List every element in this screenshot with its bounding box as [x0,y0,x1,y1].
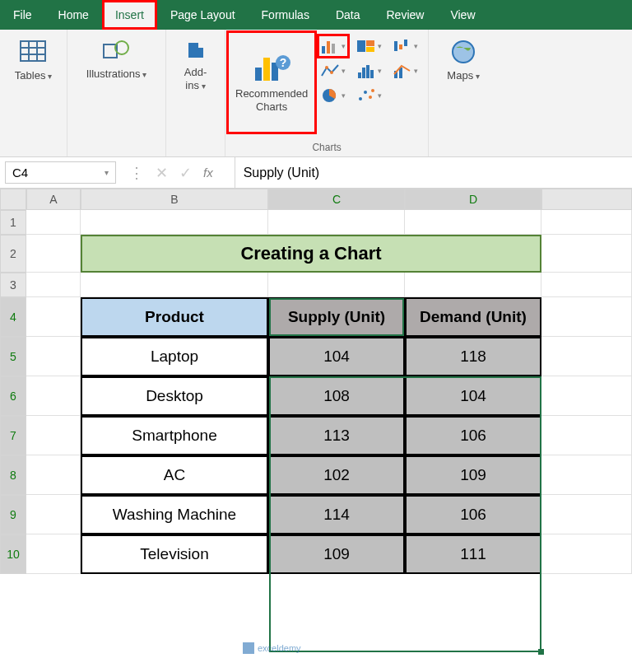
row-5[interactable]: 5 [0,337,26,376]
table-row[interactable]: 104 [405,376,541,416]
tab-home[interactable]: Home [45,0,102,30]
tab-review[interactable]: Review [374,0,438,30]
tab-view[interactable]: View [437,0,488,30]
svg-text:?: ? [280,56,287,69]
table-row[interactable]: Smartphone [81,416,268,455]
svg-point-32 [369,96,372,99]
svg-rect-25 [366,65,369,78]
svg-point-33 [371,89,374,92]
table-row[interactable]: Desktop [81,376,268,416]
illustrations-label: Illustrations [86,68,147,81]
svg-rect-17 [366,47,374,52]
statistic-chart-button[interactable] [356,61,383,81]
name-box[interactable]: C4 [5,161,116,184]
svg-point-30 [359,97,362,100]
row-6[interactable]: 6 [0,376,26,416]
table-row[interactable]: 113 [268,416,405,455]
enter-icon[interactable]: ✓ [179,164,192,182]
row-3[interactable]: 3 [0,273,26,297]
svg-point-21 [325,66,328,69]
table-row[interactable]: 109 [268,534,405,574]
worksheet[interactable]: A B C D 1 2 Creating a Chart 3 4 Product… [0,189,632,574]
line-chart-button[interactable] [319,61,347,81]
table-row[interactable]: 114 [268,495,405,534]
table-icon [19,38,47,66]
formula-bar: C4 ⋮ ✕ ✓ fx [0,157,632,189]
combo-chart-button[interactable] [392,61,420,81]
tab-formulas[interactable]: Formulas [249,0,323,30]
table-row[interactable]: 106 [405,416,541,455]
hdr-demand[interactable]: Demand (Unit) [405,297,541,337]
treemap-icon [357,38,375,54]
ribbon: Tables Illustrations Add- ins ? Recommen… [0,30,632,157]
tab-data[interactable]: Data [323,0,374,30]
addins-button[interactable]: Add- ins [177,35,215,95]
svg-rect-7 [255,68,262,81]
svg-rect-20 [404,40,407,46]
expand-icon[interactable]: ⋮ [129,164,144,182]
svg-rect-8 [263,58,270,81]
row-10[interactable]: 10 [0,534,26,574]
maps-label: Maps [447,69,480,82]
hierarchy-chart-button[interactable] [356,36,383,56]
svg-point-31 [364,91,367,94]
cancel-icon[interactable]: ✕ [156,164,168,182]
row-2[interactable]: 2 [0,235,26,273]
table-row[interactable]: 104 [268,337,405,376]
maps-button[interactable]: Maps [440,35,486,86]
tables-label: Tables [15,69,52,82]
table-row[interactable]: 108 [268,376,405,416]
recommended-charts-button[interactable]: ? Recommended Charts [229,33,314,132]
tab-insert[interactable]: Insert [102,0,157,30]
row-1[interactable]: 1 [0,210,26,235]
table-row[interactable]: AC [81,455,268,495]
tables-button[interactable]: Tables [8,35,58,86]
charts-group-label: Charts [312,140,341,153]
table-row[interactable]: 118 [405,337,541,376]
column-chart-button[interactable] [319,36,347,56]
tab-page-layout[interactable]: Page Layout [157,0,249,30]
scatter-chart-button[interactable] [356,86,383,105]
svg-rect-16 [366,40,374,46]
table-row[interactable]: 106 [405,495,541,534]
svg-point-22 [330,71,333,74]
table-row[interactable]: 102 [268,455,405,495]
formula-input[interactable] [235,157,632,188]
pie-chart-button[interactable] [319,86,347,105]
table-row[interactable]: 109 [405,455,541,495]
svg-rect-0 [21,41,45,61]
table-row[interactable]: Television [81,534,268,574]
waterfall-chart-button[interactable] [392,36,420,56]
fx-icon[interactable]: fx [203,166,221,180]
tab-file[interactable]: File [0,0,45,30]
svg-rect-26 [370,70,374,78]
svg-rect-18 [394,41,397,51]
svg-rect-13 [327,41,330,54]
col-extra[interactable] [541,189,632,210]
hdr-supply[interactable]: Supply (Unit) [268,297,405,337]
col-A[interactable]: A [26,189,81,210]
illustrations-button[interactable]: Illustrations [80,35,154,84]
svg-rect-12 [322,46,325,54]
addins-label: Add- ins [184,66,207,91]
svg-point-34 [453,41,474,63]
ribbon-tabs: File Home Insert Page Layout Formulas Da… [0,0,632,30]
select-all-corner[interactable] [0,189,26,210]
svg-rect-23 [358,72,361,78]
col-B[interactable]: B [81,189,268,210]
histogram-icon [357,63,375,79]
row-8[interactable]: 8 [0,455,26,495]
addins-icon [184,38,208,63]
col-D[interactable]: D [405,189,541,210]
hdr-product[interactable]: Product [81,297,268,337]
col-C[interactable]: C [268,189,405,210]
row-7[interactable]: 7 [0,416,26,455]
title-cell[interactable]: Creating a Chart [81,235,541,273]
svg-rect-19 [399,44,402,49]
charts-grid [314,33,425,109]
table-row[interactable]: Laptop [81,337,268,376]
table-row[interactable]: Washing Machine [81,495,268,534]
row-9[interactable]: 9 [0,495,26,534]
table-row[interactable]: 111 [405,534,541,574]
row-4[interactable]: 4 [0,297,26,337]
